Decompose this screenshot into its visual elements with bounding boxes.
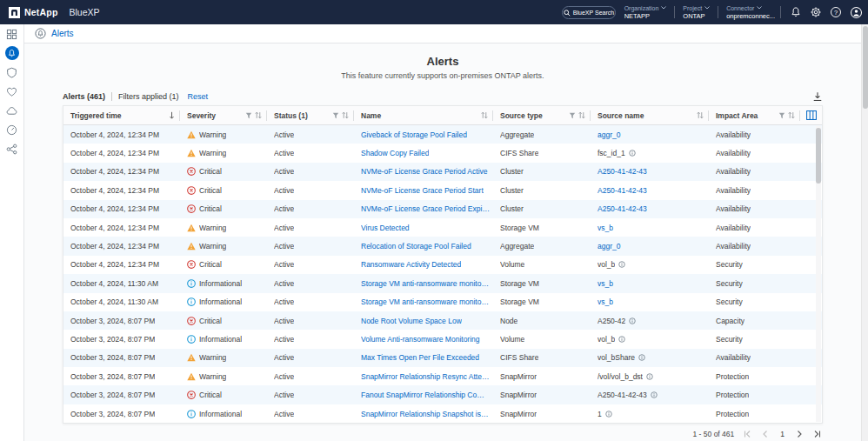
sidebar-item-alerts[interactable] (5, 46, 19, 60)
cell-severity: Critical (180, 256, 267, 274)
cell-impact-area: Protection (709, 367, 800, 385)
table-row[interactable]: October 4, 2024, 12:34 PMWarningActiveSh… (63, 144, 822, 162)
column-header-severity[interactable]: Severity (180, 106, 267, 125)
account-button[interactable] (849, 5, 863, 19)
sort-icon[interactable] (697, 111, 704, 119)
sidebar-item-share[interactable] (5, 142, 19, 156)
alert-name-link[interactable]: Fanout SnapMirror Relationship Common Sn… (361, 391, 490, 399)
topbar-actions: ? (780, 0, 863, 24)
table-row[interactable]: October 3, 2024, 8:07 PMCriticalActiveFa… (63, 385, 822, 404)
alert-name-link[interactable]: Virus Detected (361, 224, 410, 232)
sort-desc-icon[interactable] (169, 111, 175, 119)
sort-icon[interactable] (342, 111, 349, 119)
table-row[interactable]: October 4, 2024, 12:34 PMWarningActiveVi… (63, 218, 822, 237)
help-button[interactable]: ? (829, 5, 843, 19)
reset-filters-button[interactable]: Reset (188, 92, 209, 101)
table-row[interactable]: October 4, 2024, 12:34 PMWarningActiveRe… (63, 237, 822, 255)
current-page[interactable]: 1 (778, 430, 786, 438)
info-icon-small[interactable] (646, 373, 653, 380)
first-page-button[interactable] (742, 429, 752, 439)
table-row[interactable]: October 3, 2024, 8:07 PMInformationalAct… (63, 404, 822, 423)
source-name-link[interactable]: vs_b (598, 224, 613, 232)
breadcrumb-title[interactable]: Alerts (51, 29, 74, 38)
alert-name-link[interactable]: Storage VM anti-ransomware monitoring (361, 279, 490, 288)
info-icon-small[interactable] (629, 150, 636, 157)
last-page-button[interactable] (812, 429, 823, 439)
info-icon-small[interactable] (629, 317, 636, 324)
info-icon-small[interactable] (638, 354, 645, 361)
table-row[interactable]: October 4, 2024, 12:34 PMWarningActiveGi… (63, 125, 822, 144)
alert-name-link[interactable]: NVMe-oF License Grace Period Expired (361, 204, 490, 213)
table-row[interactable]: October 3, 2024, 8:07 PMInformationalAct… (63, 330, 822, 348)
source-name-link[interactable]: aggr_0 (598, 130, 620, 139)
table-row[interactable]: October 4, 2024, 11:30 AMInformationalAc… (63, 293, 822, 311)
organization-selector[interactable]: Organization NETAPP (617, 5, 675, 20)
notifications-button[interactable] (789, 5, 803, 19)
sort-icon[interactable] (481, 111, 488, 119)
source-name-link[interactable]: vs_b (598, 279, 613, 288)
sidebar-item-analysis[interactable] (5, 123, 19, 137)
alert-name-link[interactable]: SnapMirror Relationship Snapshot is not … (361, 410, 490, 418)
column-header-source-type[interactable]: Source type (493, 106, 591, 125)
table-row[interactable]: October 4, 2024, 11:30 AMInformationalAc… (63, 274, 822, 292)
settings-button[interactable] (809, 5, 823, 19)
alert-name-link[interactable]: Ransomware Activity Detected (361, 260, 461, 269)
sidebar-item-workspace[interactable] (5, 27, 19, 41)
column-header-name[interactable]: Name (354, 106, 493, 125)
bluexp-search-button[interactable]: BlueXP Search (562, 6, 616, 19)
filter-icon[interactable] (569, 112, 576, 119)
table-row[interactable]: October 3, 2024, 8:07 PMWarningActiveSna… (63, 367, 822, 385)
alert-name-link[interactable]: NVMe-oF License Grace Period Start (361, 186, 484, 195)
table-scrollbar[interactable] (816, 126, 821, 422)
table-row[interactable]: October 4, 2024, 12:34 PMCriticalActiveN… (63, 200, 822, 218)
download-button[interactable] (812, 91, 823, 102)
info-icon-small[interactable] (651, 391, 658, 398)
cell-source-name: vs_b (591, 293, 709, 311)
alert-name-link[interactable]: Relocation of Storage Pool Failed (361, 242, 471, 251)
filter-icon[interactable] (778, 112, 785, 119)
column-header-source-name[interactable]: Source name (591, 106, 709, 125)
filter-icon[interactable] (245, 112, 252, 119)
next-page-button[interactable] (794, 429, 805, 439)
connector-selector[interactable]: Connector onpremconnec... (718, 5, 783, 20)
filter-icon[interactable] (332, 112, 339, 119)
table-row[interactable]: October 4, 2024, 12:34 PMCriticalActiveN… (63, 163, 822, 181)
alert-name-link[interactable]: SnapMirror Relationship Resync Attempt F… (361, 372, 490, 381)
alert-name-link[interactable]: Storage VM anti-ransomware monitoring (361, 297, 490, 306)
column-header-impact-area[interactable]: Impact Area (709, 106, 800, 125)
sidebar-item-health[interactable] (5, 84, 19, 98)
severity-label: Critical (199, 260, 222, 269)
alert-name-link[interactable]: Node Root Volume Space Low (361, 317, 462, 325)
table-row[interactable]: October 3, 2024, 8:07 PMCriticalActiveNo… (63, 311, 822, 330)
alert-name-link[interactable]: Volume Anti-ransomware Monitoring (361, 335, 480, 344)
sidebar-item-protection[interactable] (5, 65, 19, 79)
sort-icon[interactable] (578, 111, 585, 119)
table-scrollbar-thumb[interactable] (816, 128, 821, 184)
source-name-link[interactable]: A250-41-42-43 (598, 167, 647, 176)
table-row[interactable]: October 3, 2024, 8:07 PMWarningActiveMax… (63, 349, 822, 367)
critical-icon (187, 317, 196, 325)
column-header-triggered-time[interactable]: Triggered time (63, 106, 180, 125)
alert-name-link[interactable]: Max Times Open Per File Exceeded (361, 353, 479, 362)
source-name-link[interactable]: A250-41-42-43 (598, 186, 647, 195)
alert-name-link[interactable]: Shadow Copy Failed (361, 149, 429, 157)
column-settings-button[interactable] (800, 106, 822, 125)
table-row[interactable]: October 4, 2024, 12:34 PMCriticalActiveN… (63, 181, 822, 199)
alert-name-link[interactable]: NVMe-oF License Grace Period Active (361, 167, 488, 176)
project-selector[interactable]: Project ONTAP (675, 5, 718, 20)
column-header-status[interactable]: Status (1) (267, 106, 354, 125)
window-scrollbar-thumb[interactable] (863, 26, 868, 109)
source-name-link[interactable]: A250-41-42-43 (598, 204, 647, 213)
table-row[interactable]: October 4, 2024, 12:34 PMCriticalActiveR… (63, 256, 822, 274)
source-name-link[interactable]: vs_b (598, 297, 613, 306)
sort-icon[interactable] (255, 111, 262, 119)
info-icon-small[interactable] (605, 411, 612, 418)
info-icon-small[interactable] (618, 336, 625, 343)
source-name-link[interactable]: aggr_0 (598, 242, 620, 251)
info-icon-small[interactable] (618, 261, 625, 268)
alert-name-link[interactable]: Giveback of Storage Pool Failed (361, 130, 467, 139)
window-scrollbar[interactable] (861, 24, 868, 441)
sidebar-item-mobility[interactable] (5, 104, 19, 117)
prev-page-button[interactable] (760, 429, 771, 439)
sort-icon[interactable] (788, 111, 795, 119)
